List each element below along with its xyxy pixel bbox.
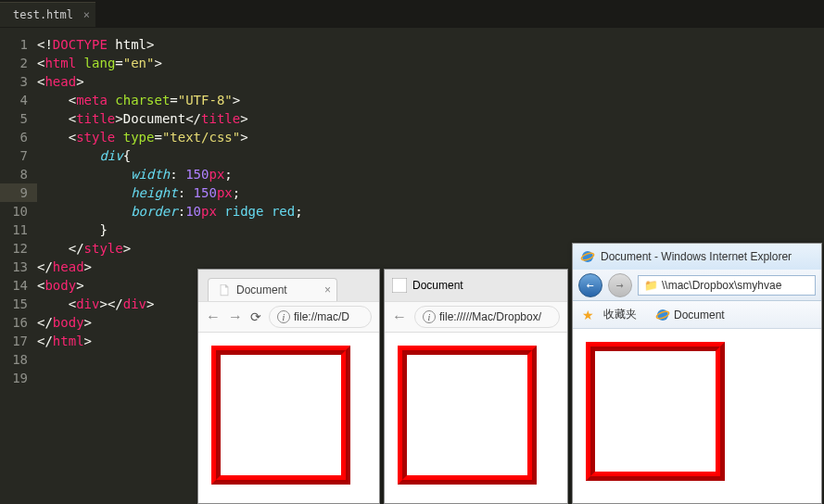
ie-titlebar: Document - Windows Internet Explorer — [573, 244, 821, 270]
chrome-window-1: Document × ← → ⟳ i file://mac/D — [197, 269, 380, 504]
close-icon[interactable]: × — [324, 284, 331, 296]
address-bar[interactable]: 📁 \\mac\Dropbox\smyhvae — [638, 275, 816, 296]
info-icon[interactable]: i — [277, 310, 290, 323]
editor-tab[interactable]: test.html × — [0, 2, 95, 27]
address-bar[interactable]: i file://mac/D — [269, 306, 372, 328]
demo-div — [211, 346, 350, 485]
reload-icon[interactable]: ⟳ — [250, 309, 261, 324]
ff-toolbar: ← i file://///Mac/Dropbox/ — [385, 301, 567, 333]
back-icon[interactable]: ← — [392, 309, 407, 325]
ie-tab-label: Document — [674, 309, 725, 321]
back-button[interactable]: ← — [578, 273, 602, 297]
viewport — [198, 333, 379, 498]
chrome-tab-label: Document — [236, 284, 287, 296]
chrome-toolbar: ← → ⟳ i file://mac/D — [198, 301, 379, 333]
ff-tabstrip: Document — [385, 270, 567, 301]
ie-navbar: ← → 📁 \\mac\Dropbox\smyhvae — [573, 270, 821, 301]
demo-div — [398, 346, 537, 485]
url-text: file://mac/D — [294, 310, 349, 323]
address-bar[interactable]: i file://///Mac/Dropbox/ — [414, 306, 560, 328]
page-icon — [218, 284, 231, 296]
browser-window-2: Document ← i file://///Mac/Dropbox/ — [384, 269, 568, 504]
folder-icon: 📁 — [644, 279, 658, 292]
svg-rect-0 — [392, 278, 407, 293]
favorites-label[interactable]: 收藏夹 — [603, 307, 637, 322]
url-text: file://///Mac/Dropbox/ — [439, 310, 541, 323]
ie-tab[interactable]: Document — [655, 308, 725, 322]
viewport — [385, 333, 567, 498]
forward-button[interactable]: → — [608, 273, 632, 297]
chrome-tab[interactable]: Document × — [208, 278, 337, 301]
page-icon — [392, 278, 407, 293]
close-icon[interactable]: × — [83, 8, 90, 21]
viewport — [573, 329, 821, 494]
watermark: @51CTO博客 — [740, 482, 815, 498]
back-icon[interactable]: ← — [206, 309, 221, 325]
demo-div — [586, 342, 725, 481]
star-icon[interactable]: ★ — [582, 308, 594, 322]
line-gutter: 12345678910111213141516171819 — [0, 28, 37, 387]
url-text: \\mac\Dropbox\smyhvae — [662, 279, 781, 292]
info-icon[interactable]: i — [423, 310, 436, 323]
ie-favbar: ★ 收藏夹 Document — [573, 301, 821, 329]
ie-title-text: Document - Windows Internet Explorer — [601, 250, 792, 263]
editor-tabbar: test.html × — [0, 0, 824, 28]
ie-window: Document - Windows Internet Explorer ← →… — [572, 243, 822, 504]
chrome-tabstrip: Document × — [198, 270, 379, 301]
ff-tab-label[interactable]: Document — [412, 279, 463, 292]
ie-icon — [655, 308, 670, 322]
forward-icon[interactable]: → — [228, 309, 243, 325]
editor-tab-label: test.html — [13, 8, 73, 21]
ie-icon — [580, 249, 595, 264]
